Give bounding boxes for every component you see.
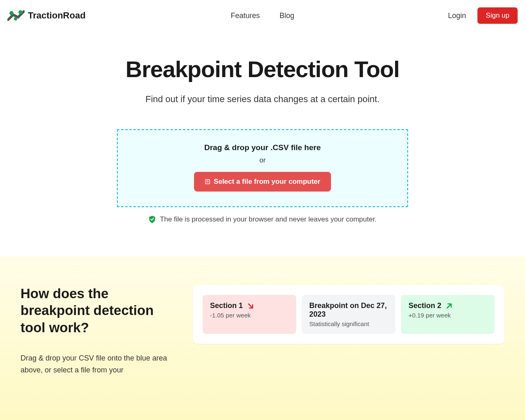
arrow-down-right-icon (247, 302, 254, 310)
header-right: Login Sign up (448, 7, 518, 24)
svg-point-1 (18, 10, 23, 14)
how-it-works-body: Drag & drop your CSV file onto the blue … (21, 352, 168, 376)
section1-subtitle: -1.05 per week (210, 312, 289, 319)
breakpoint-subtitle: Statistically significant (309, 320, 388, 327)
header: TractionRoad Features Blog Login Sign up (0, 0, 525, 31)
nav-features[interactable]: Features (231, 11, 260, 20)
select-file-label: Select a file from your computer (214, 178, 320, 186)
dropzone-title: Drag & drop your .CSV file here (134, 143, 391, 152)
arrow-up-right-icon (445, 302, 453, 310)
result-card-section2: Section 2 +0.19 per week (401, 295, 495, 334)
brand-name: TractionRoad (28, 10, 86, 21)
file-icon (205, 179, 210, 185)
svg-point-0 (9, 11, 14, 15)
main-nav: Features Blog (231, 11, 294, 20)
shield-check-icon (148, 215, 156, 224)
page-subtitle: Find out if your time series data change… (74, 94, 451, 105)
breakpoint-title: Breakpoint on Dec 27, 2023 (309, 301, 388, 319)
result-preview-box: Section 1 -1.05 per week Breakpoint on D… (193, 285, 504, 344)
how-it-works-section: How does the breakpoint detection tool w… (0, 256, 525, 420)
page-title: Breakpoint Detection Tool (74, 56, 451, 82)
section2-subtitle: +0.19 per week (409, 312, 487, 319)
logo-icon (7, 8, 25, 23)
file-dropzone[interactable]: Drag & drop your .CSV file here or Selec… (117, 129, 408, 207)
result-card-section1: Section 1 -1.05 per week (203, 295, 296, 334)
login-link[interactable]: Login (448, 11, 466, 20)
brand-logo[interactable]: TractionRoad (7, 8, 86, 23)
svg-rect-3 (205, 180, 210, 184)
hero-section: Breakpoint Detection Tool Find out if yo… (66, 31, 459, 256)
section1-title: Section 1 (210, 301, 243, 310)
nav-blog[interactable]: Blog (280, 11, 294, 20)
privacy-note: The file is processed in your browser an… (74, 215, 451, 224)
how-it-works-heading: How does the breakpoint detection tool w… (21, 285, 168, 336)
svg-point-2 (14, 17, 17, 21)
dropzone-or-text: or (134, 156, 391, 164)
select-file-button[interactable]: Select a file from your computer (194, 172, 331, 192)
privacy-text: The file is processed in your browser an… (160, 215, 377, 224)
result-card-breakpoint: Breakpoint on Dec 27, 2023 Statistically… (302, 295, 395, 334)
signup-button[interactable]: Sign up (477, 7, 518, 24)
section2-title: Section 2 (409, 301, 441, 310)
